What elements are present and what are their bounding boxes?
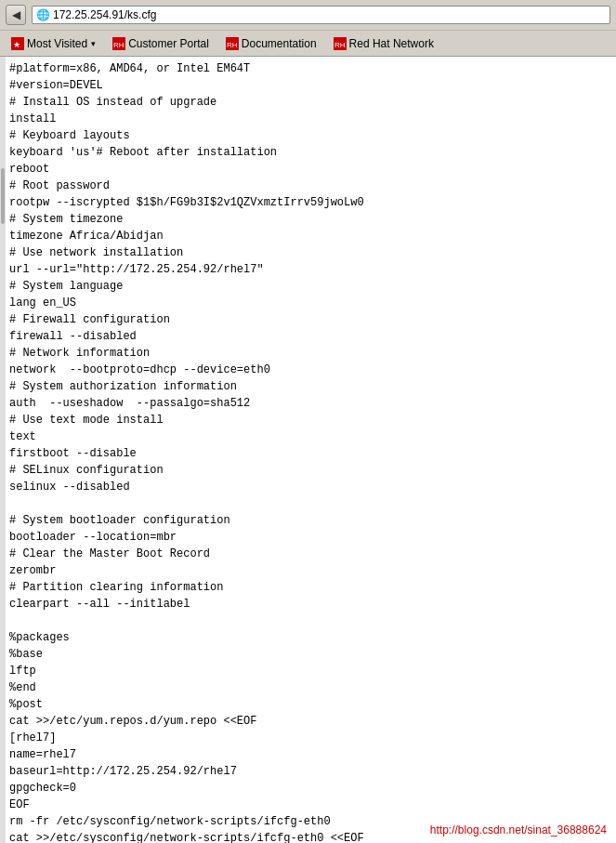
red-hat-network-label: Red Hat Network	[349, 37, 434, 50]
url-text: 172.25.254.91/ks.cfg	[53, 8, 156, 21]
svg-text:RH: RH	[227, 41, 238, 49]
bookmark-documentation[interactable]: RH Documentation	[218, 35, 324, 52]
svg-text:RH: RH	[334, 41, 346, 49]
documentation-icon: RH	[226, 37, 239, 50]
documentation-label: Documentation	[242, 37, 317, 50]
back-arrow-icon: ◀	[12, 8, 20, 21]
back-button[interactable]: ◀	[6, 5, 26, 25]
red-hat-network-icon: RH	[334, 37, 347, 50]
bookmarks-bar: ★ Most Visited ▾ RH Customer Portal RH	[0, 30, 616, 56]
customer-portal-label: Customer Portal	[128, 37, 209, 50]
scroll-indicator	[0, 57, 6, 843]
svg-text:RH: RH	[113, 41, 125, 49]
address-bar: ◀ 🌐 172.25.254.91/ks.cfg	[0, 0, 616, 30]
bookmark-customer-portal[interactable]: RH Customer Portal	[105, 35, 216, 52]
svg-text:★: ★	[13, 40, 20, 49]
browser-chrome: ◀ 🌐 172.25.254.91/ks.cfg ★ Most Visited …	[0, 0, 616, 57]
customer-portal-icon: RH	[112, 37, 125, 50]
most-visited-icon: ★	[11, 37, 24, 50]
bookmark-most-visited[interactable]: ★ Most Visited ▾	[4, 35, 103, 52]
content-area: #platform=x86, AMD64, or Intel EM64T #ve…	[0, 57, 616, 843]
url-field[interactable]: 🌐 172.25.254.91/ks.cfg	[32, 6, 610, 24]
most-visited-label: Most Visited	[27, 37, 87, 50]
most-visited-arrow: ▾	[91, 39, 96, 48]
bookmark-red-hat-network[interactable]: RH Red Hat Network	[326, 35, 441, 52]
globe-icon: 🌐	[36, 8, 49, 21]
file-content: #platform=x86, AMD64, or Intel EM64T #ve…	[0, 57, 616, 843]
scroll-thumb[interactable]	[1, 168, 5, 224]
